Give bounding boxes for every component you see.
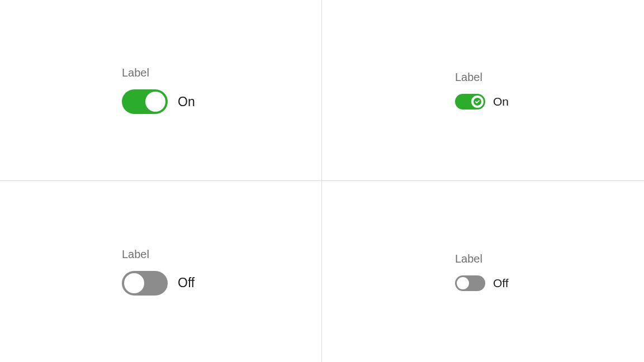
toggle-group-small-off: Label Off bbox=[455, 253, 509, 291]
toggle-label: Label bbox=[455, 71, 509, 84]
toggle-knob bbox=[145, 92, 165, 112]
toggle-row: On bbox=[455, 94, 509, 109]
toggle-switch-small-on[interactable] bbox=[455, 94, 485, 109]
check-icon bbox=[473, 98, 481, 106]
toggle-label: Label bbox=[455, 253, 509, 265]
toggle-knob bbox=[471, 96, 484, 108]
toggle-group-large-off: Label Off bbox=[122, 248, 195, 296]
toggle-row: On bbox=[122, 89, 195, 114]
toggle-state-text: On bbox=[493, 95, 509, 108]
toggle-state-text: On bbox=[178, 94, 195, 109]
toggle-switch-large-off[interactable] bbox=[122, 271, 168, 296]
toggle-row: Off bbox=[455, 275, 509, 291]
cell-small-on: Label On bbox=[322, 0, 644, 181]
cell-large-on: Label On bbox=[0, 0, 322, 181]
toggle-label: Label bbox=[122, 66, 195, 79]
toggle-label: Label bbox=[122, 248, 195, 261]
toggle-grid: Label On Label bbox=[0, 0, 644, 362]
cell-large-off: Label Off bbox=[0, 181, 322, 362]
toggle-state-text: Off bbox=[493, 277, 509, 290]
toggle-group-small-on: Label On bbox=[455, 71, 509, 109]
toggle-state-text: Off bbox=[178, 275, 195, 290]
toggle-knob bbox=[457, 277, 469, 289]
toggle-switch-small-off[interactable] bbox=[455, 275, 485, 291]
toggle-knob bbox=[124, 273, 144, 293]
toggle-row: Off bbox=[122, 271, 195, 296]
toggle-switch-large-on[interactable] bbox=[122, 89, 168, 114]
cell-small-off: Label Off bbox=[322, 181, 644, 362]
toggle-group-large-on: Label On bbox=[122, 66, 195, 114]
